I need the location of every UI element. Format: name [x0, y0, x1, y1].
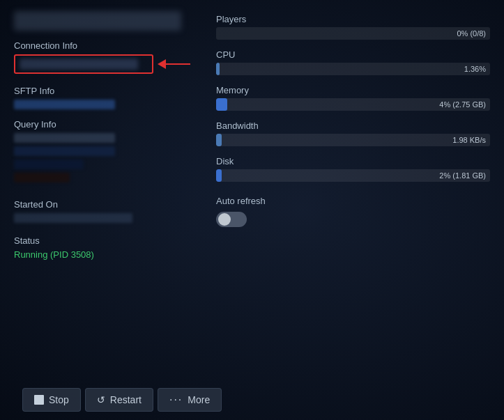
started-on-section: Started On: [14, 199, 202, 223]
auto-refresh-row: Auto refresh: [216, 196, 490, 227]
right-panel: Players 0% (0/8) CPU 1.36% Memory: [216, 11, 490, 381]
toggle-knob: [218, 213, 231, 226]
bottom-toolbar: Stop ↺ Restart ··· More: [14, 381, 490, 420]
memory-progress-track: 4% (2.75 GB): [216, 98, 490, 111]
started-on-value: [14, 213, 132, 223]
stop-icon: [34, 395, 44, 405]
cpu-label: CPU: [216, 49, 490, 60]
disk-progress-text: 2% (1.81 GB): [439, 171, 486, 180]
more-label: More: [188, 394, 210, 405]
query-value-4: [14, 173, 70, 182]
memory-stat: Memory 4% (2.75 GB): [216, 85, 490, 111]
query-info-section: Query Info: [14, 119, 202, 182]
connection-info-box: [14, 54, 153, 74]
stop-button[interactable]: Stop: [22, 388, 81, 412]
bandwidth-progress-fill: [216, 134, 222, 146]
restart-button[interactable]: ↺ Restart: [85, 388, 153, 412]
cpu-progress-track: 1.36%: [216, 63, 490, 75]
auto-refresh-toggle[interactable]: [216, 212, 247, 227]
memory-progress-text: 4% (2.75 GB): [439, 100, 486, 109]
players-stat: Players 0% (0/8): [216, 14, 490, 40]
more-button[interactable]: ··· More: [158, 388, 222, 412]
sftp-info-value: [14, 100, 115, 109]
status-label: Status: [14, 235, 202, 246]
memory-label: Memory: [216, 85, 490, 95]
more-icon: ···: [169, 394, 183, 405]
memory-progress-fill: [216, 98, 227, 111]
players-progress-text: 0% (0/8): [457, 29, 486, 38]
disk-progress-track: 2% (1.81 GB): [216, 169, 490, 182]
players-progress-track: 0% (0/8): [216, 27, 490, 40]
bandwidth-stat: Bandwidth 1.98 KB/s: [216, 120, 490, 146]
connection-info-section: Connection Info: [14, 40, 202, 76]
arrow-head-icon: [158, 59, 166, 69]
disk-stat: Disk 2% (1.81 GB): [216, 156, 490, 182]
query-value-3: [14, 160, 84, 169]
disk-progress-fill: [216, 169, 222, 182]
connection-info-label: Connection Info: [14, 40, 202, 51]
sftp-info-section: SFTP Info: [14, 86, 202, 109]
auto-refresh-label: Auto refresh: [216, 196, 490, 206]
disk-label: Disk: [216, 156, 490, 166]
server-name-blurred: [14, 11, 181, 31]
bandwidth-progress-track: 1.98 KB/s: [216, 134, 490, 146]
status-value: Running (PID 3508): [14, 249, 202, 260]
cpu-stat: CPU 1.36%: [216, 49, 490, 75]
bandwidth-label: Bandwidth: [216, 120, 490, 131]
left-panel: Connection Info SFTP Info Query Info: [14, 11, 216, 381]
arrow-line: [166, 63, 190, 65]
query-value-2: [14, 146, 115, 156]
cpu-progress-text: 1.36%: [464, 65, 486, 73]
bandwidth-progress-text: 1.98 KB/s: [452, 136, 486, 144]
query-value-1: [14, 133, 115, 143]
status-section: Status Running (PID 3508): [14, 235, 202, 260]
restart-icon: ↺: [97, 395, 105, 405]
query-info-label: Query Info: [14, 119, 202, 130]
restart-label: Restart: [110, 394, 142, 405]
players-label: Players: [216, 14, 490, 24]
started-on-label: Started On: [14, 199, 202, 210]
arrow-indicator: [158, 59, 190, 69]
stop-label: Stop: [49, 394, 69, 405]
sftp-info-label: SFTP Info: [14, 86, 202, 96]
cpu-progress-fill: [216, 63, 220, 75]
connection-info-value: [20, 59, 138, 70]
